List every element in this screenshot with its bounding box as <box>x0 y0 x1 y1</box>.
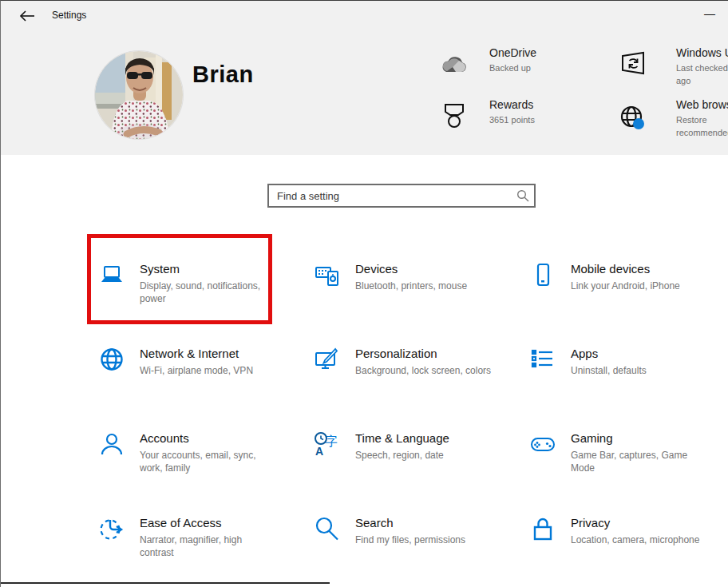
tile-subtitle: Your accounts, email, sync, <box>140 449 299 462</box>
phone-icon <box>529 262 556 289</box>
status-line: Last checked: 1 hour <box>676 62 728 75</box>
lock-icon <box>529 516 556 543</box>
web-browsing-globe-icon <box>617 104 649 139</box>
tile-subtitle: Speech, region, date <box>355 449 515 462</box>
gamepad-icon <box>529 431 556 458</box>
tile-title: Mobile devices <box>571 261 728 277</box>
svg-text:字: 字 <box>325 434 338 449</box>
tile-accounts[interactable]: Accounts Your accounts, email, sync, wor… <box>87 419 303 504</box>
status-line: recommended <box>676 127 728 140</box>
tile-devices[interactable]: Devices Bluetooth, printers, mouse <box>303 250 518 335</box>
devices-icon <box>314 262 341 289</box>
tile-subtitle: Uninstall, defaults <box>571 364 728 377</box>
tile-search[interactable]: Search Find my files, permissions <box>303 504 518 587</box>
tile-title: Gaming <box>571 430 728 446</box>
tile-title: Personalization <box>355 346 515 362</box>
status-line: ago <box>676 75 728 88</box>
tile-mobile-devices[interactable]: Mobile devices Link your Android, iPhone <box>518 250 728 335</box>
ease-of-access-icon <box>98 516 125 543</box>
tile-subtitle: Narrator, magnifier, high <box>140 533 299 546</box>
globe-icon <box>98 347 125 374</box>
tile-title: Network & Internet <box>140 346 299 362</box>
tile-subtitle: Link your Android, iPhone <box>571 280 728 292</box>
status-title: Web browsing <box>676 97 728 112</box>
svg-text:A: A <box>315 445 323 458</box>
windows-update-icon <box>617 50 649 87</box>
tile-subtitle: Mode <box>571 462 728 474</box>
tile-apps[interactable]: Apps Uninstall, defaults <box>518 335 728 419</box>
tile-gaming[interactable]: Gaming Game Bar, captures, Game Mode <box>518 419 728 504</box>
tile-privacy[interactable]: Privacy Location, camera, microphone <box>518 504 728 587</box>
settings-tiles-grid: System Display, sound, notifications, po… <box>87 250 728 587</box>
tile-subtitle: Background, lock screen, colors <box>355 364 515 377</box>
search-box <box>267 184 536 208</box>
back-arrow-icon <box>18 9 36 23</box>
search-input[interactable] <box>269 190 512 202</box>
search-icon[interactable] <box>512 189 534 202</box>
tile-network-internet[interactable]: Network & Internet Wi-Fi, airplane mode,… <box>87 335 303 419</box>
magnifier-icon <box>314 516 341 543</box>
tile-title: Privacy <box>571 515 728 531</box>
tile-subtitle: Location, camera, microphone <box>571 533 728 546</box>
tile-personalization[interactable]: Personalization Background, lock screen,… <box>303 335 518 419</box>
tile-subtitle: work, family <box>140 462 299 474</box>
tile-subtitle: Bluetooth, printers, mouse <box>355 280 515 292</box>
time-language-icon: 字 A <box>314 431 341 458</box>
tile-title: Apps <box>571 346 728 362</box>
tile-subtitle: Game Bar, captures, Game <box>571 449 728 462</box>
tile-title: Accounts <box>140 430 299 446</box>
rewards-medal-icon <box>438 102 470 131</box>
onedrive-cloud-icon <box>438 55 470 75</box>
tile-subtitle: Find my files, permissions <box>355 533 515 546</box>
minimize-button[interactable]: — <box>690 1 728 26</box>
tile-subtitle: Wi-Fi, airplane mode, VPN <box>140 364 299 377</box>
status-web-browsing[interactable]: Web browsing Restore recommended <box>617 97 728 139</box>
status-windows-update[interactable]: Windows Update Last checked: 1 hour ago <box>617 46 728 87</box>
apps-list-icon <box>529 347 556 374</box>
back-button[interactable] <box>10 4 44 28</box>
tile-title: Time & Language <box>355 430 515 446</box>
status-line: Restore <box>676 114 728 127</box>
tile-ease-of-access[interactable]: Ease of Access Narrator, magnifier, high… <box>87 504 303 587</box>
personalization-pen-icon <box>314 347 341 374</box>
person-icon <box>98 431 125 458</box>
tile-title: System <box>140 261 299 277</box>
avatar <box>95 51 183 139</box>
tile-system[interactable]: System Display, sound, notifications, po… <box>87 250 303 335</box>
tile-time-language[interactable]: 字 A Time & Language Speech, region, date <box>303 419 518 504</box>
titlebar: Settings — <box>1 1 728 30</box>
bottom-edge-line <box>1 582 330 584</box>
window-title: Settings <box>52 1 86 30</box>
status-title: Windows Update <box>676 46 728 60</box>
user-name: Brian <box>192 61 254 88</box>
tile-title: Search <box>355 515 515 531</box>
laptop-icon <box>98 262 125 289</box>
tile-subtitle: power <box>140 292 299 305</box>
tile-title: Devices <box>355 261 515 277</box>
tile-subtitle: Display, sound, notifications, <box>140 280 299 292</box>
tile-subtitle: contrast <box>140 546 299 559</box>
tile-title: Ease of Access <box>140 515 299 531</box>
